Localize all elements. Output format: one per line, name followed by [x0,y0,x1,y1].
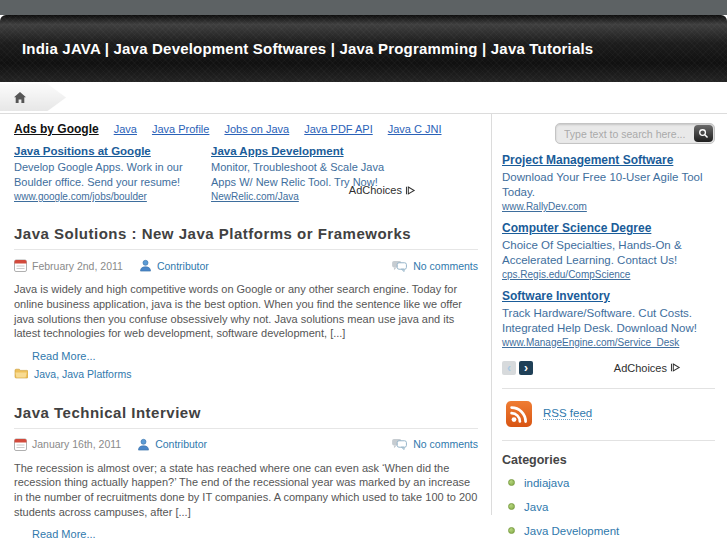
adchoices-link[interactable]: AdChoices [349,184,416,196]
main-column: Ads by Google Java Java Profile Jobs on … [0,114,491,515]
ad-title[interactable]: Java Positions at Google [14,145,201,157]
category-item[interactable]: indiajava [502,476,715,491]
comments-icon [391,438,408,450]
read-more-link[interactable]: Read More... [32,350,96,362]
ad-carousel-controls: ‹ › AdChoices [502,361,715,375]
post-date: January 16th, 2011 [32,438,121,450]
ad-link-jobs-on-java[interactable]: Jobs on Java [224,123,289,135]
rss-feed-link[interactable]: RSS feed [543,407,592,420]
blog-post: Java Solutions : New Java Platforms or F… [14,225,478,381]
post-excerpt: Java is widely and high competitive word… [14,282,478,341]
calendar-icon [14,438,27,451]
post-title[interactable]: Java Technical Interview [14,404,478,429]
site-header: India JAVA | Java Development Softwares … [0,15,727,82]
ad-url[interactable]: www.google.com/jobs/boulder [14,191,201,202]
blog-post: Java Technical Interview January 16th, 2… [14,404,478,545]
categories-heading: Categories [502,453,715,467]
search-input[interactable] [555,123,715,144]
ad-url[interactable]: www.RallyDev.com [502,201,715,212]
category-item[interactable]: Java Development [502,524,715,539]
adchoices-icon [670,362,681,373]
post-comments-link[interactable]: No comments [391,438,478,450]
sidebar-ad[interactable]: Computer Science Degree Choice Of Specia… [502,221,715,280]
google-ads-links-row: Ads by Google Java Java Profile Jobs on … [14,122,478,136]
ad-title[interactable]: Computer Science Degree [502,221,715,235]
ad-title[interactable]: Java Apps Development [211,145,406,157]
ad-title[interactable]: Project Management Software [502,153,715,167]
rss-row: RSS feed [502,401,715,427]
bullet-icon [508,527,515,534]
carousel-next-button[interactable]: › [519,361,533,375]
ad-link-java[interactable]: Java [114,123,137,135]
adchoices-icon [405,185,416,196]
ad-link-java-c-jni[interactable]: Java C JNI [388,123,442,135]
post-title[interactable]: Java Solutions : New Java Platforms or F… [14,225,478,250]
home-tab[interactable] [0,84,66,111]
ad-link-java-profile[interactable]: Java Profile [152,123,209,135]
post-date: February 2nd, 2011 [32,260,123,272]
sidebar-ad[interactable]: Project Management Software Download You… [502,153,715,212]
divider [502,440,715,441]
bullet-icon [508,479,515,486]
ad-text: Choice Of Specialties, Hands-On & Accele… [502,238,715,268]
post-meta: January 16th, 2011 Contributor No commen… [14,438,478,451]
search-row [502,123,715,144]
calendar-icon [14,259,27,272]
ads-by-google-label[interactable]: Ads by Google [14,122,99,136]
author-icon [137,438,150,451]
post-author-link[interactable]: Contributor [157,260,209,272]
folder-icon [14,368,28,381]
search-button[interactable] [694,125,713,142]
carousel-prev-button[interactable]: ‹ [502,361,516,375]
adchoices-link[interactable]: AdChoices [614,362,681,374]
search-icon [698,128,709,139]
comments-icon [391,260,408,272]
ad-text: Develop Google Apps. Work in our Boulder… [14,160,201,189]
ad-text: Download Your Free 10-User Agile Tool To… [502,170,715,200]
categories-list: indiajava Java Java Development Java Pla… [502,476,715,545]
ad-url[interactable]: www.ManageEngine.com/Service_Desk [502,337,715,348]
ad-text: Track Hardware/Software. Cut Costs. Inte… [502,306,715,336]
category-item[interactable]: Java [502,500,715,515]
post-excerpt: The recession is almost over; a state ha… [14,461,478,520]
post-meta: February 2nd, 2011 Contributor No commen… [14,259,478,272]
read-more-link[interactable]: Read More... [32,528,96,540]
post-category-links[interactable]: Java, Java Platforms [34,368,131,380]
ad-title[interactable]: Software Inventory [502,289,715,303]
nav-tabbar [0,82,727,113]
rss-icon[interactable] [506,401,532,427]
post-categories: Java, Java Platforms [14,368,478,381]
sidebar-ad[interactable]: Software Inventory Track Hardware/Softwa… [502,289,715,348]
post-comments-link[interactable]: No comments [391,260,478,272]
bullet-icon [508,503,515,510]
google-ads-body: Java Positions at Google Develop Google … [14,145,416,202]
sidebar: Project Management Software Download You… [491,114,727,515]
post-author-link[interactable]: Contributor [155,438,207,450]
home-icon [13,91,27,104]
search-box [555,123,715,144]
ad-link-java-pdf-api[interactable]: Java PDF API [304,123,372,135]
ad-url[interactable]: cps.Regis.edu/CompScience [502,269,715,280]
google-ads-block: Ads by Google Java Java Profile Jobs on … [14,122,478,202]
google-ad[interactable]: Java Positions at Google Develop Google … [14,145,201,202]
author-icon [139,259,152,272]
divider [502,388,715,389]
browser-chrome-strip [0,0,727,15]
site-title: India JAVA | Java Development Softwares … [0,40,593,57]
page-content: Ads by Google Java Java Profile Jobs on … [0,113,727,515]
